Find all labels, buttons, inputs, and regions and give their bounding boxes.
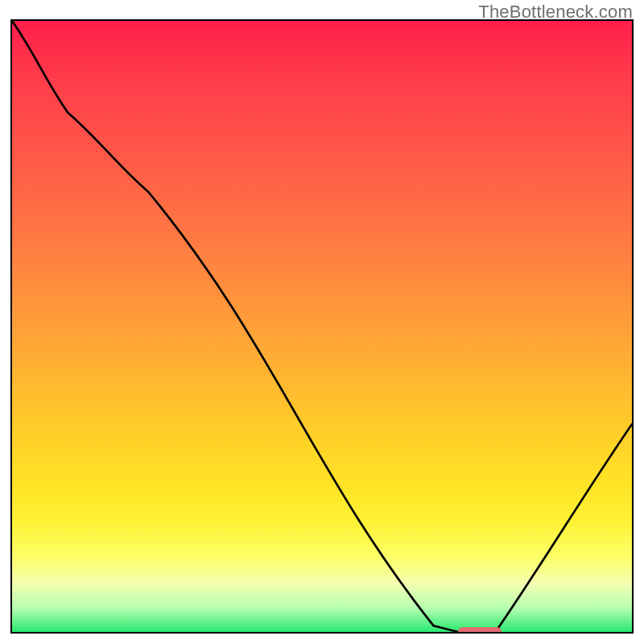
bottleneck-curve [12, 21, 632, 632]
optimal-marker [458, 627, 502, 634]
chart-frame [10, 19, 634, 634]
